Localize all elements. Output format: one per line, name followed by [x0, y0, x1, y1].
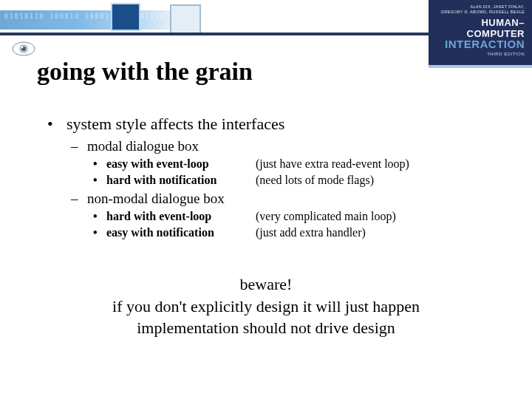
l3-right: (very complicated main loop)	[256, 208, 396, 225]
slide: ALAN DIX, JANET FINLAY, GREGORY D. ABOWD…	[0, 0, 532, 399]
l3-left: hard with notification	[106, 172, 256, 188]
eye-icon	[10, 40, 37, 58]
book-title-line: INTERACTION	[436, 38, 525, 50]
l3-right: (just add extra handler)	[256, 225, 366, 241]
bullet-l3: easy with event-loop (just have extra re…	[87, 156, 502, 172]
bullet-l3: easy with notification (just add extra h…	[87, 225, 502, 241]
beware-line: implementation should not drive design	[0, 317, 532, 339]
l3-left: easy with notification	[106, 225, 256, 241]
bullet-l2: modal dialogue box easy with event-loop …	[66, 138, 502, 188]
book-authors: ALAN DIX, JANET FINLAY, GREGORY D. ABOWD…	[436, 4, 525, 14]
header-rule	[0, 33, 432, 35]
bullet-l2: non-modal dialogue box hard with event-l…	[66, 191, 502, 240]
slide-body: system style affects the interfaces moda…	[44, 115, 502, 243]
l3-left: hard with event-loop	[106, 208, 256, 225]
book-authors-line: ALAN DIX, JANET FINLAY,	[470, 4, 525, 9]
book-authors-line: GREGORY D. ABOWD, RUSSELL BEALE	[441, 10, 525, 14]
beware-line: if you don't explicitly design it will j…	[0, 296, 532, 318]
bullet-l2-text: modal dialogue box	[87, 138, 199, 154]
svg-point-3	[21, 47, 24, 49]
l3-right: (need lots of mode flags)	[256, 172, 374, 188]
book-cover: ALAN DIX, JANET FINLAY, GREGORY D. ABOWD…	[429, 0, 532, 68]
l3-right: (just have extra read-event loop)	[256, 156, 409, 172]
header-decor-block	[170, 4, 201, 35]
header-binary-band	[0, 10, 192, 30]
l3-left: easy with event-loop	[106, 156, 256, 172]
slide-title: going with the grain	[37, 58, 253, 86]
bullet-l3: hard with notification (need lots of mod…	[87, 172, 502, 188]
header-decor-block	[111, 3, 140, 31]
bullet-l1: system style affects the interfaces moda…	[44, 115, 502, 240]
beware-block: beware! if you don't explicitly design i…	[0, 273, 532, 339]
bullet-l3: hard with event-loop (very complicated m…	[87, 208, 502, 225]
bullet-l2-text: non-modal dialogue box	[87, 191, 225, 206]
beware-line: beware!	[0, 273, 532, 296]
book-title-line: HUMAN–COMPUTER	[436, 17, 525, 39]
book-edition: THIRD EDITION	[436, 52, 525, 56]
bullet-l1-text: system style affects the interfaces	[66, 115, 284, 133]
